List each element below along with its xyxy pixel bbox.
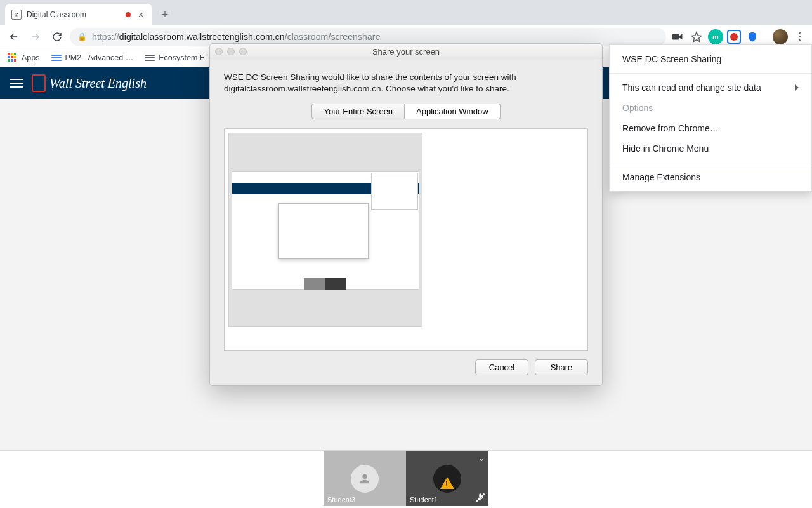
share-screen-dialog: Share your screen WSE DC Screen Sharing …	[209, 43, 603, 386]
apps-icon	[8, 53, 18, 63]
dialog-message: WSE DC Screen Sharing would like to shar…	[224, 72, 588, 95]
close-tab-icon[interactable]: ×	[136, 10, 146, 19]
screen-preview-area	[224, 128, 588, 351]
chevron-right-icon	[795, 84, 799, 91]
dialog-titlebar[interactable]: Share your screen	[210, 44, 602, 60]
extension-screenshare-icon[interactable]	[727, 30, 741, 44]
window-controls[interactable]	[215, 48, 247, 55]
menu-button[interactable]	[10, 79, 23, 88]
recording-indicator-icon	[126, 12, 131, 17]
close-window-icon[interactable]	[215, 48, 223, 55]
cancel-button[interactable]: Cancel	[475, 359, 528, 375]
ctx-extension-name[interactable]: WSE DC Screen Sharing	[610, 49, 811, 69]
logo-icon	[32, 74, 46, 92]
dialog-title: Share your screen	[372, 47, 440, 57]
profile-avatar[interactable]	[773, 29, 788, 44]
forward-button[interactable]	[27, 28, 44, 46]
bookmark-label: Ecosystem F	[159, 53, 204, 62]
participant-tile-self[interactable]: ⌄ Student1	[406, 451, 488, 506]
mic-muted-icon[interactable]	[476, 493, 485, 504]
brand-text: Wall Street English	[49, 76, 147, 91]
reload-button[interactable]	[48, 28, 66, 46]
ctx-manage-extensions[interactable]: Manage Extensions	[610, 167, 811, 187]
apps-label: Apps	[22, 53, 40, 62]
participant-name: Student1	[410, 496, 438, 504]
browser-menu-button[interactable]	[792, 32, 807, 41]
participant-name: Student3	[327, 496, 355, 504]
bookmark-ecosystem[interactable]: Ecosystem F	[145, 53, 204, 63]
warning-icon	[440, 477, 454, 489]
brand-logo[interactable]: Wall Street English	[32, 74, 147, 92]
url-text: https://digitalclassroom.wallstreetengli…	[92, 32, 381, 42]
tab-entire-screen[interactable]: Your Entire Screen	[311, 104, 405, 119]
separator	[610, 73, 811, 74]
bookmark-icon	[51, 53, 62, 63]
page-icon: 🗎	[11, 10, 22, 20]
new-tab-button[interactable]: +	[156, 6, 174, 23]
ctx-hide[interactable]: Hide in Chrome Menu	[610, 138, 811, 159]
avatar-placeholder	[351, 465, 379, 493]
bookmark-label: PM2 - Advanced …	[65, 53, 134, 62]
tab-title: Digital Classroom	[27, 10, 121, 19]
tab-strip: 🗎 Digital Classroom × +	[0, 0, 812, 25]
ctx-site-data[interactable]: This can read and change site data	[610, 77, 811, 98]
avatar-self	[433, 465, 461, 493]
screen-thumbnail[interactable]	[228, 133, 422, 327]
share-button[interactable]: Share	[535, 359, 588, 375]
svg-rect-0	[672, 34, 679, 39]
bookmark-star-icon[interactable]	[689, 29, 704, 44]
apps-shortcut[interactable]: Apps	[8, 53, 40, 63]
tab-application-window[interactable]: Application Window	[405, 104, 500, 119]
person-icon	[358, 472, 372, 486]
separator	[610, 163, 811, 163]
ctx-remove[interactable]: Remove from Chrome…	[610, 118, 811, 138]
browser-tab[interactable]: 🗎 Digital Classroom ×	[5, 4, 152, 25]
lock-icon: 🔒	[77, 32, 87, 41]
extension-context-menu: WSE DC Screen Sharing This can read and …	[609, 44, 812, 192]
back-button[interactable]	[5, 28, 23, 46]
extension-m-icon[interactable]: m	[708, 29, 723, 44]
participants-bar: Student3 ⌄ Student1	[0, 450, 812, 508]
extension-shield-icon[interactable]	[745, 29, 760, 44]
chevron-down-icon[interactable]: ⌄	[478, 454, 485, 463]
share-mode-tabs: Your Entire Screen Application Window	[224, 104, 588, 119]
minimize-window-icon[interactable]	[227, 48, 235, 55]
participant-tile[interactable]: Student3	[324, 451, 406, 506]
bookmark-pm2[interactable]: PM2 - Advanced …	[51, 53, 134, 63]
camera-indicator-icon[interactable]	[670, 29, 685, 44]
ctx-options: Options	[610, 98, 811, 118]
zoom-window-icon[interactable]	[239, 48, 247, 55]
bookmark-icon	[145, 53, 155, 63]
